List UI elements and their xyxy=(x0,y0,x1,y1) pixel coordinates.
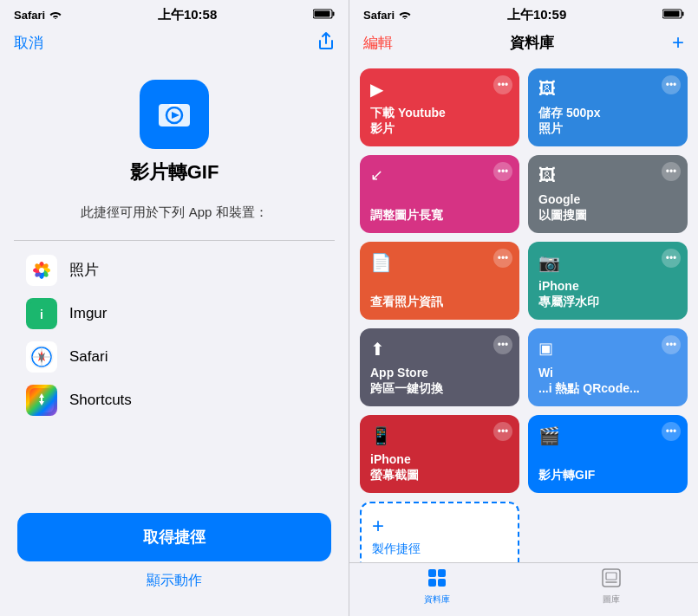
shortcut-more-btn-10[interactable]: ••• xyxy=(662,422,681,441)
tab-gallery[interactable]: 圖庫 xyxy=(524,568,698,606)
svg-rect-33 xyxy=(606,573,616,580)
left-status-right xyxy=(313,9,335,22)
cancel-button[interactable]: 取消 xyxy=(14,33,43,53)
svg-rect-27 xyxy=(663,11,679,17)
app-row-imgur: i Imgur xyxy=(26,298,323,329)
shortcut-more-btn-3[interactable]: ••• xyxy=(493,162,512,181)
safari-label: Safari xyxy=(69,348,108,366)
shortcut-more-btn-6[interactable]: ••• xyxy=(662,249,681,268)
card-title-6: iPhone專屬浮水印 xyxy=(538,278,677,309)
card-title-10: 影片轉GIF xyxy=(538,467,677,483)
share-button[interactable] xyxy=(317,30,335,55)
svg-rect-2 xyxy=(314,11,329,17)
card-title-3: 調整圖片長寬 xyxy=(370,207,509,223)
card-icon-7: ⬆ xyxy=(370,339,509,360)
card-icon-10: 🎬 xyxy=(538,425,677,446)
right-panel: Safari 上午10:59 編輯 資料庫 + ▶ 下載 Youtube影片 •… xyxy=(349,0,698,616)
svg-rect-26 xyxy=(682,12,683,16)
right-carrier: Safari xyxy=(363,9,395,22)
library-title: 資料庫 xyxy=(510,33,554,53)
svg-rect-29 xyxy=(438,569,446,577)
shortcut-card-1[interactable]: ▶ 下載 Youtube影片 ••• xyxy=(360,68,519,146)
right-status-right xyxy=(662,9,684,22)
shortcut-more-btn-8[interactable]: ••• xyxy=(662,335,681,354)
shortcut-more-btn-5[interactable]: ••• xyxy=(493,249,512,268)
card-title-4: Google以圖搜圖 xyxy=(538,191,677,223)
tab-bar: 資料庫 圖庫 xyxy=(349,562,698,616)
get-shortcut-button[interactable]: 取得捷徑 xyxy=(17,513,331,561)
app-icon xyxy=(140,80,209,149)
shortcuts-grid: ▶ 下載 Youtube影片 ••• 🖼 儲存 500px照片 ••• ↙ 調整… xyxy=(349,62,698,562)
app-row-shortcuts: Shortcuts xyxy=(26,385,323,416)
card-icon-4: 🖼 xyxy=(538,165,677,185)
shortcut-card-10[interactable]: 🎬 影片轉GIF ••• xyxy=(528,415,688,493)
right-nav: 編輯 資料庫 + xyxy=(349,27,698,62)
shortcut-card-7[interactable]: ⬆ App Store跨區一鍵切換 ••• xyxy=(360,328,519,406)
card-title-2: 儲存 500px照片 xyxy=(538,105,677,136)
shortcut-card-4[interactable]: 🖼 Google以圖搜圖 ••• xyxy=(528,155,688,233)
shortcut-more-btn-4[interactable]: ••• xyxy=(662,162,681,181)
make-shortcut-label: 製作捷徑 xyxy=(372,541,421,557)
app-row-safari: Safari xyxy=(26,341,323,373)
card-title-7: App Store跨區一鍵切換 xyxy=(370,365,509,396)
right-battery-icon xyxy=(662,9,684,22)
card-icon-3: ↙ xyxy=(370,165,509,185)
make-shortcut-plus: + xyxy=(372,514,384,538)
svg-rect-31 xyxy=(438,579,446,587)
card-icon-1: ▶ xyxy=(370,79,509,100)
shortcut-more-btn-1[interactable]: ••• xyxy=(493,75,512,94)
photos-label: 照片 xyxy=(69,260,99,280)
shortcuts-app-icon xyxy=(26,385,57,416)
description: 此捷徑可用於下列 App 和裝置： xyxy=(0,203,349,240)
shortcut-more-btn-2[interactable]: ••• xyxy=(662,75,681,94)
tab-gallery-label: 圖庫 xyxy=(603,593,620,606)
add-button[interactable]: + xyxy=(672,30,684,55)
card-icon-6: 📷 xyxy=(538,252,677,273)
svg-rect-6 xyxy=(169,104,179,107)
svg-text:i: i xyxy=(40,308,43,321)
shortcut-card-3[interactable]: ↙ 調整圖片長寬 ••• xyxy=(360,155,519,233)
make-shortcut-card[interactable]: + 製作捷徑 xyxy=(360,502,519,562)
card-title-8: Wi...i 熱點 QRcode... xyxy=(538,365,677,396)
card-icon-8: ▣ xyxy=(538,339,677,358)
shortcut-more-btn-7[interactable]: ••• xyxy=(493,335,512,354)
shortcuts-label: Shortcuts xyxy=(69,392,132,409)
tab-library-label: 資料庫 xyxy=(424,593,450,606)
left-status-bar: Safari 上午10:58 xyxy=(0,0,349,27)
left-status-left: Safari xyxy=(14,9,62,22)
left-wifi-icon xyxy=(49,9,62,22)
left-time: 上午10:58 xyxy=(158,7,217,23)
shortcut-card-2[interactable]: 🖼 儲存 500px照片 ••• xyxy=(528,68,688,146)
right-status-left: Safari xyxy=(363,9,411,22)
bottom-section: 取得捷徑 顯示動作 xyxy=(0,513,349,616)
shortcut-card-9[interactable]: 📱 iPhone螢幕截圖 ••• xyxy=(360,415,519,493)
app-row-photos: 照片 xyxy=(26,255,323,286)
svg-rect-30 xyxy=(428,579,436,587)
left-nav: 取消 xyxy=(0,27,349,62)
app-icon-container xyxy=(0,62,349,159)
card-icon-5: 📄 xyxy=(370,252,509,273)
svg-point-15 xyxy=(39,268,44,273)
edit-button[interactable]: 編輯 xyxy=(363,33,393,53)
gallery-tab-icon xyxy=(602,568,621,592)
safari-app-icon xyxy=(26,341,57,373)
right-status-bar: Safari 上午10:59 xyxy=(349,0,698,27)
show-action-link[interactable]: 顯示動作 xyxy=(147,572,202,590)
card-title-9: iPhone螢幕截圖 xyxy=(370,451,509,483)
divider xyxy=(14,240,335,241)
shortcut-card-8[interactable]: ▣ Wi...i 熱點 QRcode... ••• xyxy=(528,328,688,406)
card-icon-9: 📱 xyxy=(370,425,509,446)
svg-rect-28 xyxy=(428,569,436,577)
tab-library[interactable]: 資料庫 xyxy=(349,568,524,606)
left-carrier: Safari xyxy=(14,9,45,22)
photos-app-icon xyxy=(26,255,57,286)
right-time: 上午10:59 xyxy=(507,7,566,23)
app-title: 影片轉GIF xyxy=(0,159,349,203)
shortcut-more-btn-9[interactable]: ••• xyxy=(493,422,512,441)
library-tab-icon xyxy=(427,568,447,592)
shortcut-card-5[interactable]: 📄 查看照片資訊 ••• xyxy=(360,242,519,320)
card-icon-2: 🖼 xyxy=(538,79,677,99)
card-title-1: 下載 Youtube影片 xyxy=(370,105,509,136)
shortcut-card-6[interactable]: 📷 iPhone專屬浮水印 ••• xyxy=(528,242,688,320)
apps-list: 照片 i Imgur xyxy=(0,255,349,416)
